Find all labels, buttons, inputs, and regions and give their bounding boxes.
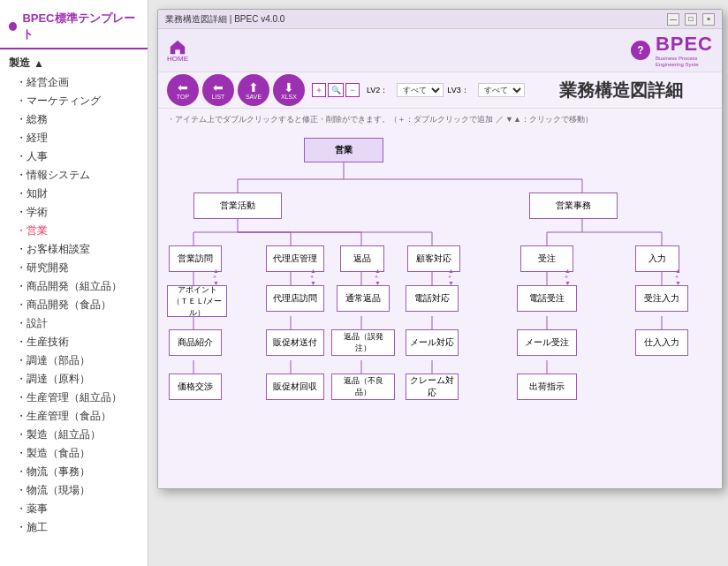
sidebar-items-container: 経営企画マーケティング総務経理人事情報システム知財学術営業お客様相談室研究開発商… <box>0 73 148 537</box>
section-arrow: ▲ <box>34 57 44 70</box>
window-title: 業務構造図詳細 | BPEC v4.0.0 <box>165 13 284 26</box>
sidebar-item[interactable]: 物流（事務） <box>0 463 148 481</box>
l3-normal-return[interactable]: 通常返品 <box>337 285 390 312</box>
save-icon: ⬆ <box>248 81 259 94</box>
l3-receive-input[interactable]: 受注入力 <box>635 285 688 312</box>
nav-arrows-3: ▲+▼ <box>375 268 381 286</box>
sidebar-item[interactable]: 学術 <box>0 203 148 222</box>
sidebar-item[interactable]: 生産管理（食品） <box>0 407 148 426</box>
sidebar-title-text: BPEC標準テンプレート <box>22 11 139 42</box>
sidebar-item[interactable]: 商品開発（食品） <box>0 296 148 314</box>
l1-sales-activity[interactable]: 営業活動 <box>193 192 282 219</box>
top-label: TOP <box>177 94 189 100</box>
nav-arrows-2: ▲+▼ <box>310 268 316 286</box>
l3-phone-response[interactable]: 電話対応 <box>406 285 459 312</box>
sidebar-item[interactable]: 経理 <box>0 129 148 147</box>
sidebar-section-header: 製造 ▲ <box>0 53 148 73</box>
l4-product-intro[interactable]: 商品紹介 <box>169 329 222 356</box>
l3-dealer-visit[interactable]: 代理店訪問 <box>266 285 324 312</box>
root-node[interactable]: 営業 <box>304 138 383 162</box>
sidebar-item[interactable]: 物流（現場） <box>0 481 148 500</box>
lv2-select[interactable]: すべて <box>397 83 444 97</box>
l5-price-negotiation[interactable]: 価格交渉 <box>169 374 222 400</box>
l5-promo-collect[interactable]: 販促材回収 <box>266 374 324 400</box>
home-label: HOME <box>167 55 188 63</box>
lv3-select[interactable]: すべて <box>478 83 525 97</box>
sidebar-item[interactable]: お客様相談室 <box>0 240 148 259</box>
window-toolbar: HOME ? BPEC Business Process Engineering… <box>158 29 722 72</box>
zoom-out-button[interactable]: － <box>345 83 360 97</box>
list-button[interactable]: ⬅ LIST <box>202 74 234 106</box>
logo-text: BPEC <box>656 33 713 56</box>
page-title: 業務構造図詳細 <box>559 80 683 100</box>
sidebar-item[interactable]: 商品開発（組立品） <box>0 277 148 296</box>
l3-appointment[interactable]: アポイント（ＴＥＬ/メール） <box>167 285 227 317</box>
section-label: 製造 <box>9 56 30 71</box>
top-icon: ⬅ <box>178 81 188 94</box>
sidebar-item[interactable]: 製造（食品） <box>0 444 148 463</box>
tree-diagram: 営業 営業活動 営業事務 営業訪問 代理店管理 返品 顧客対応 受注 入力 アポ… <box>167 131 706 466</box>
lv2-label: LV2： <box>367 85 388 96</box>
home-button[interactable]: HOME <box>167 39 188 63</box>
page-title-area: 業務構造図詳細 <box>530 79 713 102</box>
nav-arrows-4: ▲+▼ <box>448 268 454 286</box>
window-titlebar: 業務構造図詳細 | BPEC v4.0.0 ― □ × <box>158 10 722 29</box>
hint-text: ・アイテム上でダブルクリックすると修正・削除ができます。（＋：ダブルクリックで追… <box>167 114 713 125</box>
sidebar-title: BPEC標準テンプレート <box>0 7 148 49</box>
sidebar-item[interactable]: 施工 <box>0 518 148 537</box>
nav-buttons-group: ⬅ TOP ⬅ LIST ⬆ SAVE ⬇ XLSX ＋ 🔍 <box>167 74 525 106</box>
xlsx-label: XLSX <box>281 94 297 100</box>
sidebar-item[interactable]: 設計 <box>0 314 148 333</box>
l4-mail-receive[interactable]: メール受注 <box>517 329 577 356</box>
sidebar-item[interactable]: 調達（部品） <box>0 351 148 370</box>
l5-complaint[interactable]: クレーム対応 <box>406 374 459 400</box>
minimize-button[interactable]: ― <box>667 13 679 26</box>
nav-title-row: ⬅ TOP ⬅ LIST ⬆ SAVE ⬇ XLSX ＋ 🔍 <box>158 72 722 109</box>
window-controls: ― □ × <box>667 13 715 26</box>
toolbar-left: HOME <box>167 39 188 63</box>
maximize-button[interactable]: □ <box>685 13 697 26</box>
sidebar-item[interactable]: 経営企画 <box>0 73 148 92</box>
zoom-in-button[interactable]: ＋ <box>312 83 326 97</box>
sidebar-item[interactable]: 総務 <box>0 110 148 129</box>
save-button[interactable]: ⬆ SAVE <box>238 74 269 106</box>
sidebar: BPEC標準テンプレート 製造 ▲ 経営企画マーケティング総務経理人事情報システ… <box>0 0 148 566</box>
zoom-controls: ＋ 🔍 － <box>312 83 360 97</box>
sidebar-item[interactable]: 研究開発 <box>0 259 148 277</box>
xlsx-icon: ⬇ <box>284 81 294 94</box>
sidebar-item[interactable]: 知財 <box>0 185 148 203</box>
sidebar-item[interactable]: マーケティング <box>0 92 148 110</box>
zoom-search-button[interactable]: 🔍 <box>328 83 344 97</box>
main-area: 業務構造図詳細 | BPEC v4.0.0 ― □ × HOME ? <box>148 0 728 566</box>
lv3-label: LV3： <box>447 85 468 96</box>
top-button[interactable]: ⬅ TOP <box>167 74 199 106</box>
sidebar-item[interactable]: 生産技術 <box>0 333 148 351</box>
l4-promo-delivery[interactable]: 販促材送付 <box>266 329 324 356</box>
l4-mail-response[interactable]: メール対応 <box>406 329 459 356</box>
nav-arrows-5: ▲+▼ <box>565 268 571 286</box>
help-button[interactable]: ? <box>631 41 650 60</box>
sidebar-item[interactable]: 人事 <box>0 147 148 166</box>
sidebar-dot <box>9 22 17 31</box>
sidebar-item[interactable]: 製造（組立品） <box>0 426 148 444</box>
sidebar-item[interactable]: 営業 <box>0 222 148 240</box>
l4-return-error[interactable]: 返品（誤発注） <box>331 329 395 356</box>
sidebar-item[interactable]: 薬事 <box>0 500 148 518</box>
nav-arrows-1: ▲+▼ <box>213 268 219 286</box>
l1-sales-office[interactable]: 営業事務 <box>529 192 618 219</box>
l4-stock-input[interactable]: 仕入入力 <box>635 329 688 356</box>
window-content: ・アイテム上でダブルクリックすると修正・削除ができます。（＋：ダブルクリックで追… <box>158 109 722 488</box>
l2-input[interactable]: 入力 <box>635 245 679 272</box>
l3-phone-receive[interactable]: 電話受注 <box>517 285 577 312</box>
save-label: SAVE <box>246 94 262 100</box>
sidebar-item[interactable]: 情報システム <box>0 166 148 185</box>
toolbar-right: ? BPEC Business Process Engineering Syst… <box>631 33 713 68</box>
xlsx-button[interactable]: ⬇ XLSX <box>273 74 305 106</box>
l5-return-bad[interactable]: 返品（不良品） <box>331 374 395 400</box>
sidebar-item[interactable]: 調達（原料） <box>0 370 148 389</box>
close-button[interactable]: × <box>702 13 715 26</box>
l5-ship-instruction[interactable]: 出荷指示 <box>517 374 577 400</box>
app-window: 業務構造図詳細 | BPEC v4.0.0 ― □ × HOME ? <box>157 9 723 489</box>
sidebar-item[interactable]: 生産管理（組立品） <box>0 389 148 407</box>
list-icon: ⬅ <box>213 81 224 94</box>
